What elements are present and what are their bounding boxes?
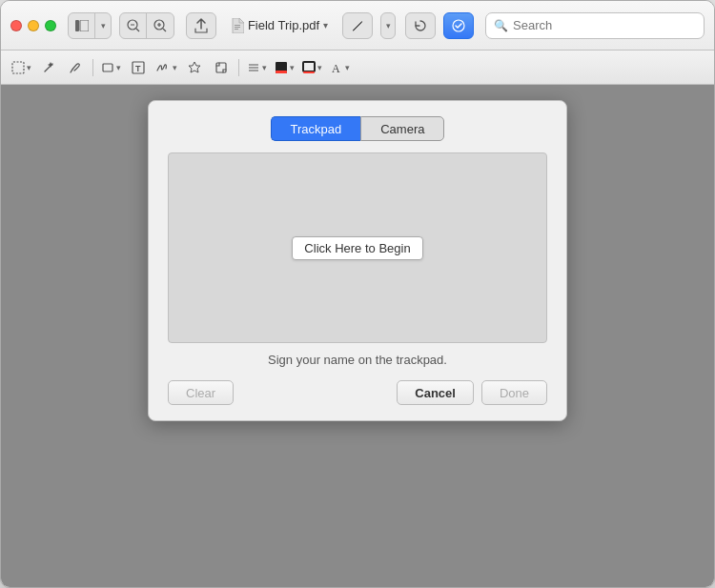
- traffic-lights: [10, 20, 56, 31]
- svg-rect-24: [276, 71, 287, 73]
- instruction-text: Sign your name on the trackpad.: [168, 353, 547, 367]
- document-icon: [231, 18, 244, 33]
- sidebar-toggle-button[interactable]: [69, 12, 95, 39]
- share-button[interactable]: [186, 12, 216, 39]
- selection-tool-button[interactable]: ▾: [9, 55, 34, 80]
- done-button[interactable]: Done: [481, 380, 547, 405]
- pen-tool-button[interactable]: [342, 12, 373, 39]
- text-tool-button[interactable]: T: [126, 55, 151, 80]
- svg-rect-19: [216, 63, 226, 72]
- fill-chevron: ▾: [290, 63, 295, 72]
- main-content: Trackpad Camera Click Here to Begin Sign…: [1, 85, 714, 587]
- magic-tool-button[interactable]: [36, 55, 61, 80]
- svg-text:T: T: [135, 64, 141, 73]
- cancel-button[interactable]: Cancel: [397, 380, 474, 405]
- font-style-button[interactable]: A ▾: [327, 55, 353, 80]
- separator-2: [238, 59, 239, 76]
- svg-rect-25: [303, 62, 315, 71]
- zoom-group: [119, 12, 174, 39]
- fill-color-button[interactable]: ▾: [272, 55, 297, 80]
- maximize-button[interactable]: [45, 20, 56, 31]
- zoom-out-button[interactable]: [120, 12, 147, 39]
- signature-chevron: ▾: [173, 63, 177, 72]
- annotation-toolbar: ▾ ▾ T: [1, 51, 714, 85]
- crop-tool-button[interactable]: [209, 55, 234, 80]
- svg-line-8: [163, 29, 166, 31]
- titlebar: ▾: [1, 1, 714, 51]
- search-bar: 🔍: [485, 12, 705, 39]
- signature-tool-button[interactable]: ▾: [153, 55, 180, 80]
- svg-rect-10: [235, 27, 240, 28]
- search-input[interactable]: [513, 18, 696, 32]
- svg-rect-15: [103, 64, 112, 71]
- segmented-control: Trackpad Camera: [168, 116, 547, 141]
- pen-dropdown-chevron[interactable]: ▾: [381, 21, 395, 30]
- svg-rect-26: [303, 71, 315, 73]
- separator-1: [92, 59, 93, 76]
- markup-button[interactable]: [443, 12, 474, 39]
- border-color-button[interactable]: ▾: [299, 55, 325, 80]
- title-chevron[interactable]: ▾: [323, 20, 328, 30]
- click-here-button[interactable]: Click Here to Begin: [292, 236, 422, 260]
- app-window: ▾: [0, 0, 715, 588]
- svg-rect-1: [80, 20, 89, 31]
- svg-rect-11: [235, 29, 238, 30]
- selection-chevron: ▾: [27, 63, 31, 72]
- clear-button[interactable]: Clear: [168, 380, 234, 405]
- trackpad-tab[interactable]: Trackpad: [271, 116, 361, 141]
- right-buttons: Cancel Done: [397, 380, 547, 405]
- minimize-button[interactable]: [28, 20, 39, 31]
- svg-rect-0: [75, 20, 79, 31]
- svg-marker-18: [189, 62, 200, 72]
- list-style-button[interactable]: ▾: [244, 55, 270, 80]
- title-area: Field Trip.pdf ▾: [220, 18, 338, 33]
- sidebar-toggle-chevron[interactable]: ▾: [95, 12, 111, 39]
- stamp-tool-button[interactable]: [182, 55, 207, 80]
- rect-tool-button[interactable]: ▾: [98, 55, 124, 80]
- camera-tab[interactable]: Camera: [360, 116, 444, 141]
- svg-text:A: A: [332, 62, 340, 74]
- border-chevron: ▾: [317, 63, 322, 72]
- signature-panel: Trackpad Camera Click Here to Begin Sign…: [148, 100, 567, 421]
- sidebar-toggle-group: ▾: [68, 12, 112, 39]
- signature-drawing-area[interactable]: Click Here to Begin: [168, 152, 547, 343]
- close-button[interactable]: [10, 20, 22, 31]
- svg-rect-13: [12, 62, 24, 73]
- rotate-button[interactable]: [405, 12, 436, 39]
- svg-rect-9: [235, 25, 240, 26]
- window-title: Field Trip.pdf: [248, 18, 319, 32]
- zoom-in-button[interactable]: [147, 12, 174, 39]
- svg-line-4: [136, 29, 139, 31]
- pen-freehand-button[interactable]: [63, 55, 88, 80]
- pen-dropdown: ▾: [380, 12, 396, 39]
- rect-chevron: ▾: [116, 63, 121, 72]
- panel-buttons: Clear Cancel Done: [168, 380, 547, 405]
- font-chevron: ▾: [345, 63, 350, 72]
- list-chevron: ▾: [262, 63, 267, 72]
- search-icon: 🔍: [494, 19, 508, 32]
